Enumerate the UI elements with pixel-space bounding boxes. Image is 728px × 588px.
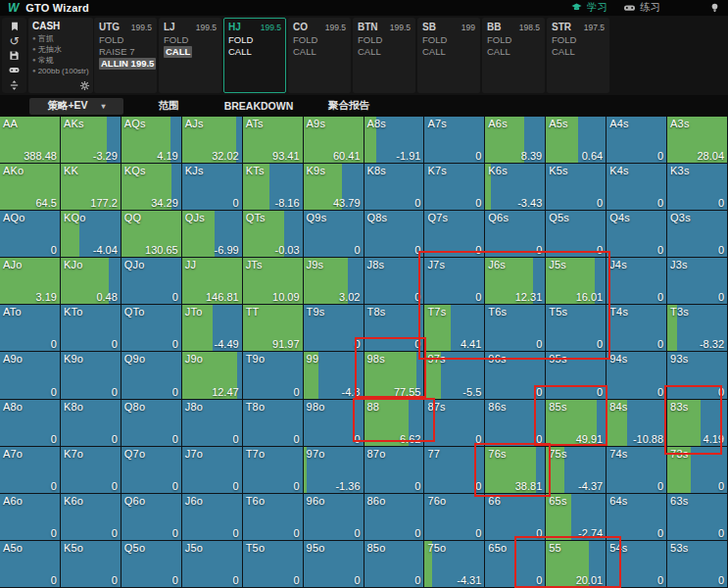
strategy-ev-dropdown[interactable]: 策略+EV▾	[29, 98, 123, 115]
action-call[interactable]: CALL	[228, 46, 281, 58]
cell-AA[interactable]: AA388.48	[0, 117, 61, 164]
cell-QJs[interactable]: QJs-6.99	[182, 211, 243, 258]
cell-KQo[interactable]: KQo-4.04	[61, 211, 121, 258]
cell-T5s[interactable]: T5s0	[546, 305, 607, 352]
cell-AKo[interactable]: AKo64.5	[0, 164, 61, 211]
cell-TT[interactable]: TT91.97	[243, 305, 304, 352]
cell-AJs[interactable]: AJs32.02	[182, 117, 243, 164]
history-icon[interactable]: ↺	[7, 34, 22, 47]
cell-QTo[interactable]: QTo0	[121, 305, 182, 352]
cell-A4s[interactable]: A4s0	[607, 117, 667, 164]
cell-J7s[interactable]: J7s0	[424, 258, 485, 305]
cell-JJ[interactable]: JJ146.81	[182, 258, 243, 305]
cell-A8o[interactable]: A8o0	[0, 400, 61, 447]
cell-76s[interactable]: 76s38.81	[485, 447, 546, 494]
gear-icon[interactable]	[79, 80, 90, 91]
cell-96o[interactable]: 96o0	[304, 494, 364, 541]
cell-K3s[interactable]: K3s0	[667, 164, 728, 211]
cell-J7o[interactable]: J7o0	[182, 447, 243, 494]
cell-T9s[interactable]: T9s0	[304, 305, 364, 352]
cell-96s[interactable]: 96s0	[485, 352, 546, 399]
cell-99[interactable]: 99-4.8	[304, 352, 364, 399]
cell-84s[interactable]: 84s-10.88	[607, 400, 667, 447]
cell-J5s[interactable]: J5s16.01	[546, 258, 607, 305]
action-call[interactable]: CALL	[487, 46, 540, 58]
cell-94s[interactable]: 94s0	[607, 352, 667, 399]
cell-A9o[interactable]: A9o0	[0, 352, 61, 399]
action-call[interactable]: CALL	[293, 46, 346, 58]
cell-85o[interactable]: 85o0	[364, 541, 425, 588]
action-fold[interactable]: FOLD	[99, 34, 152, 46]
cell-Q5o[interactable]: Q5o0	[121, 541, 182, 588]
tab-范围[interactable]: 范围	[123, 99, 214, 113]
gamepad-icon[interactable]	[7, 64, 22, 76]
cell-Q6s[interactable]: Q6s0	[485, 211, 546, 258]
cell-A5o[interactable]: A5o0	[0, 541, 61, 588]
action-fold[interactable]: FOLD	[164, 34, 217, 46]
cell-A7s[interactable]: A7s0	[424, 117, 485, 164]
cell-63s[interactable]: 63s0	[667, 494, 728, 541]
cell-76o[interactable]: 76o0	[424, 494, 485, 541]
cell-J6s[interactable]: J6s12.31	[485, 258, 546, 305]
cell-86s[interactable]: 86s0	[485, 400, 546, 447]
cell-ATs[interactable]: ATs93.41	[243, 117, 304, 164]
cell-T8s[interactable]: T8s0	[364, 305, 425, 352]
cell-QJo[interactable]: QJo0	[121, 258, 182, 305]
cell-K6o[interactable]: K6o0	[61, 494, 121, 541]
cell-J8s[interactable]: J8s0	[364, 258, 425, 305]
action-fold[interactable]: FOLD	[552, 34, 605, 46]
cell-Q7s[interactable]: Q7s0	[424, 211, 485, 258]
nav-study-button[interactable]: 学习	[570, 1, 607, 15]
cell-T3s[interactable]: T3s-8.32	[667, 305, 728, 352]
bookmark-icon[interactable]	[7, 20, 22, 32]
cell-K9o[interactable]: K9o0	[61, 352, 121, 399]
action-fold[interactable]: FOLD	[422, 34, 475, 46]
cell-A3s[interactable]: A3s28.04	[667, 117, 728, 164]
cell-J6o[interactable]: J6o0	[182, 494, 243, 541]
position-panel-bb[interactable]: BB198.5FOLDCALL	[482, 18, 545, 93]
cell-AJo[interactable]: AJo3.19	[0, 258, 61, 305]
cell-Q9s[interactable]: Q9s0	[304, 211, 364, 258]
action-fold[interactable]: FOLD	[487, 34, 540, 46]
action-call[interactable]: CALL	[164, 46, 192, 58]
cell-QQ[interactable]: QQ130.65	[121, 211, 182, 258]
cell-Q4s[interactable]: Q4s0	[607, 211, 667, 258]
cell-98o[interactable]: 98o0	[304, 400, 364, 447]
cell-77[interactable]: 770	[424, 447, 485, 494]
action-call[interactable]: CALL	[358, 46, 411, 58]
cell-K8s[interactable]: K8s0	[364, 164, 425, 211]
cell-64s[interactable]: 64s0	[607, 494, 667, 541]
action-call[interactable]: CALL	[422, 46, 475, 58]
cell-74s[interactable]: 74s0	[607, 447, 667, 494]
cell-Q6o[interactable]: Q6o0	[121, 494, 182, 541]
action-raise-7[interactable]: RAISE 7	[99, 46, 152, 58]
cell-K8o[interactable]: K8o0	[61, 400, 121, 447]
cell-75o[interactable]: 75o-4.31	[424, 541, 485, 588]
action-call[interactable]: CALL	[552, 46, 605, 58]
cell-KJs[interactable]: KJs0	[182, 164, 243, 211]
cell-J5o[interactable]: J5o0	[182, 541, 243, 588]
cell-J8o[interactable]: J8o0	[182, 400, 243, 447]
cell-KTo[interactable]: KTo0	[61, 305, 121, 352]
cell-98s[interactable]: 98s77.55	[364, 352, 425, 399]
cell-T4s[interactable]: T4s0	[607, 305, 667, 352]
cell-86o[interactable]: 86o0	[364, 494, 425, 541]
cell-T5o[interactable]: T5o0	[243, 541, 304, 588]
cell-K5s[interactable]: K5s0	[546, 164, 607, 211]
cell-73s[interactable]: 73s0	[667, 447, 728, 494]
cell-87o[interactable]: 87o0	[364, 447, 425, 494]
cell-75s[interactable]: 75s-4.37	[546, 447, 607, 494]
cell-A8s[interactable]: A8s-1.91	[364, 117, 425, 164]
cell-AQs[interactable]: AQs4.19	[121, 117, 182, 164]
cell-T7s[interactable]: T7s4.41	[424, 305, 485, 352]
position-panel-utg[interactable]: UTG199.5FOLDRAISE 7ALLIN 199.5	[94, 18, 157, 93]
cell-83s[interactable]: 83s4.19	[667, 400, 728, 447]
cell-KJo[interactable]: KJo0.48	[61, 258, 121, 305]
cell-T6s[interactable]: T6s0	[485, 305, 546, 352]
cell-A6s[interactable]: A6s8.39	[485, 117, 546, 164]
cell-K4s[interactable]: K4s0	[607, 164, 667, 211]
cell-K7s[interactable]: K7s0	[424, 164, 485, 211]
cell-AQo[interactable]: AQo0	[0, 211, 61, 258]
cell-T9o[interactable]: T9o0	[243, 352, 304, 399]
position-panel-co[interactable]: CO199.5FOLDCALL	[288, 18, 351, 93]
